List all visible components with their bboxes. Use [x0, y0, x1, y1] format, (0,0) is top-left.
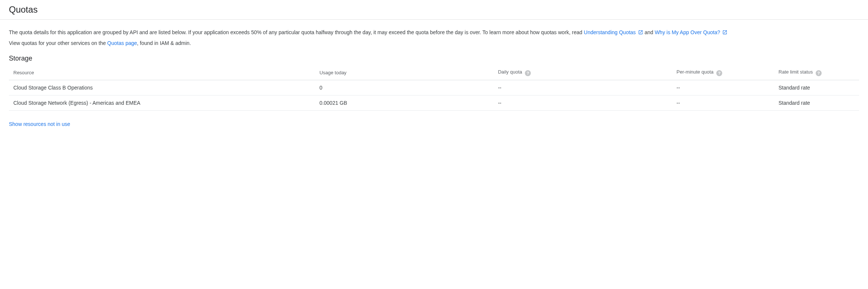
col-header-label: Daily quota — [498, 69, 522, 75]
quotas-page-link[interactable]: Quotas page — [107, 40, 137, 46]
cell-usage-today: 0 — [315, 80, 493, 95]
table-row: Cloud Storage Class B Operations 0 -- --… — [9, 80, 859, 95]
col-header-daily-quota: Daily quota ? — [493, 65, 672, 80]
cell-daily-quota: -- — [493, 80, 672, 95]
link-label: Why is My App Over Quota? — [655, 29, 720, 35]
understanding-quotas-link[interactable]: Understanding Quotas — [584, 29, 645, 35]
external-link-icon — [638, 29, 643, 35]
storage-section-title: Storage — [9, 55, 859, 62]
external-link-icon — [722, 29, 727, 35]
help-icon[interactable]: ? — [816, 70, 822, 76]
cell-rate-limit-status: Standard rate — [774, 80, 859, 95]
why-over-quota-link[interactable]: Why is My App Over Quota? — [655, 29, 728, 35]
col-header-rate-limit-status: Rate limit status ? — [774, 65, 859, 80]
cell-per-minute-quota: -- — [672, 95, 774, 111]
col-header-per-minute-quota: Per-minute quota ? — [672, 65, 774, 80]
cell-resource: Cloud Storage Network (Egress) - America… — [9, 95, 315, 111]
cell-usage-today: 0.00021 GB — [315, 95, 493, 111]
intro-text-segment: The quota details for this application a… — [9, 29, 584, 35]
page-title: Quotas — [9, 4, 859, 15]
intro-text-segment: , found in IAM & admin. — [137, 40, 191, 46]
cell-resource: Cloud Storage Class B Operations — [9, 80, 315, 95]
col-header-resource: Resource — [9, 65, 315, 80]
page-header: Quotas — [0, 0, 868, 20]
col-header-label: Rate limit status — [779, 69, 813, 75]
help-icon[interactable]: ? — [716, 70, 722, 76]
cell-per-minute-quota: -- — [672, 80, 774, 95]
table-header-row: Resource Usage today Daily quota ? Per-m… — [9, 65, 859, 80]
col-header-usage-today: Usage today — [315, 65, 493, 80]
table-row: Cloud Storage Network (Egress) - America… — [9, 95, 859, 111]
col-header-label: Per-minute quota — [677, 69, 714, 75]
intro-paragraph-2: View quotas for your other services on t… — [9, 39, 859, 47]
help-icon[interactable]: ? — [525, 70, 531, 76]
show-resources-not-in-use-link[interactable]: Show resources not in use — [9, 121, 70, 127]
cell-rate-limit-status: Standard rate — [774, 95, 859, 111]
intro-text-segment: View quotas for your other services on t… — [9, 40, 107, 46]
table-body: Cloud Storage Class B Operations 0 -- --… — [9, 80, 859, 111]
quotas-table: Resource Usage today Daily quota ? Per-m… — [9, 65, 859, 111]
intro-paragraph-1: The quota details for this application a… — [9, 29, 859, 36]
main-content: The quota details for this application a… — [0, 20, 868, 136]
link-label: Understanding Quotas — [584, 29, 636, 35]
cell-daily-quota: -- — [493, 95, 672, 111]
intro-text-segment: and — [645, 29, 655, 35]
